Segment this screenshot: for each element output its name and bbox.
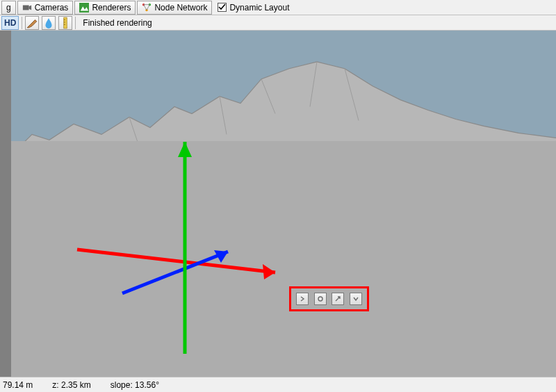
circle-icon: [317, 295, 324, 302]
status-z: z: 2.35 km: [52, 380, 90, 390]
render-status: Finished rendering: [79, 18, 156, 28]
dynamic-layout-option[interactable]: Dynamic Layout: [213, 3, 293, 13]
divider: [75, 17, 76, 29]
viewport-3d[interactable]: [11, 31, 556, 377]
viewport-gutter: [0, 31, 11, 377]
brush-tool-button[interactable]: [25, 16, 39, 30]
terrain-ground: [11, 141, 556, 377]
node-network-icon: [142, 3, 152, 13]
renderers-button[interactable]: Renderers: [74, 1, 136, 15]
measure-tool-button[interactable]: [58, 16, 72, 30]
viewport-mini-button-4[interactable]: [350, 293, 362, 305]
svg-rect-2: [79, 3, 89, 13]
status-slope-label: slope:: [111, 380, 133, 390]
status-y-value: 79.14 m: [3, 380, 33, 390]
camera-icon: [22, 3, 32, 13]
status-slope-value: 13.56°: [135, 380, 159, 390]
status-bar: 79.14 m z: 2.35 km slope: 13.56°: [0, 377, 556, 392]
node-network-label: Node Network: [154, 3, 207, 13]
brush-icon: [26, 17, 38, 29]
arrow-diag-icon: [334, 295, 341, 302]
ruler-icon: [59, 17, 72, 29]
renderers-label: Renderers: [92, 3, 131, 13]
droplet-icon: [42, 17, 55, 29]
dynamic-layout-label: Dynamic Layout: [229, 3, 289, 13]
svg-rect-0: [23, 5, 29, 10]
dynamic-layout-checkbox[interactable]: [218, 3, 227, 12]
top-toolbar: g Cameras Renderers Node Network Dynamic…: [0, 0, 556, 15]
status-z-value: 2.35 km: [61, 380, 91, 390]
viewport-area: [0, 31, 556, 377]
status-z-label: z:: [52, 380, 58, 390]
water-tool-button[interactable]: [42, 16, 56, 30]
viewport-mini-button-1[interactable]: [296, 293, 309, 305]
secondary-toolbar: HD Finished rendering: [0, 15, 556, 31]
cameras-button[interactable]: Cameras: [17, 1, 74, 15]
svg-rect-7: [64, 17, 67, 28]
viewport-mini-button-3[interactable]: [332, 293, 344, 305]
status-slope: slope: 13.56°: [111, 380, 159, 390]
landscape-icon: [79, 3, 89, 13]
svg-marker-1: [28, 5, 31, 10]
hd-toggle-button[interactable]: HD: [1, 16, 19, 30]
svg-point-17: [318, 297, 322, 301]
divider: [22, 17, 22, 29]
chevron-down-icon: [352, 295, 359, 302]
cameras-label: Cameras: [35, 3, 69, 13]
hd-label: HD: [4, 18, 16, 28]
toolbar-fragment-button[interactable]: g: [1, 1, 16, 15]
toolbar-fragment-label: g: [6, 3, 11, 13]
node-network-button[interactable]: Node Network: [137, 1, 212, 15]
viewport-mini-button-2[interactable]: [314, 293, 327, 305]
arrow-right-icon: [299, 295, 306, 302]
viewport-callout-box: [289, 286, 369, 311]
